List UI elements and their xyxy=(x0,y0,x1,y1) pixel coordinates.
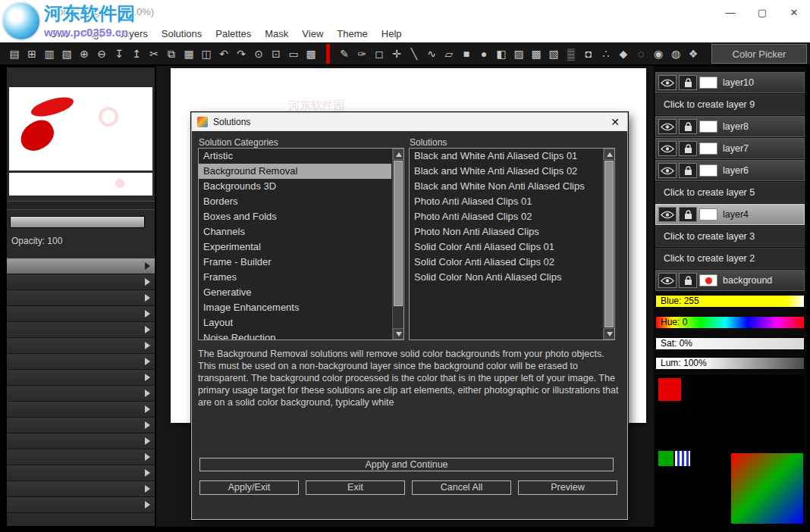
create-layer-row[interactable]: Click to create layer 5 xyxy=(655,182,805,203)
flyout-row[interactable] xyxy=(7,354,155,370)
menu-palettes[interactable]: Palettes xyxy=(209,28,258,39)
solution-item[interactable]: Black and White Non Anti Aliased Clips xyxy=(410,179,602,194)
scroll-down-icon[interactable] xyxy=(604,328,615,340)
export-icon[interactable]: ↥ xyxy=(128,45,145,62)
page-settings-icon[interactable]: ▧ xyxy=(58,45,75,62)
color-picker-button[interactable]: Color Picker xyxy=(711,44,807,64)
scroll-up-icon[interactable] xyxy=(604,149,615,160)
ruler-icon[interactable]: ▭ xyxy=(285,45,302,62)
category-item[interactable]: Frames xyxy=(199,270,391,285)
flyout-row[interactable] xyxy=(7,465,155,481)
dialog-close-icon[interactable]: ✕ xyxy=(608,116,622,128)
visibility-toggle[interactable] xyxy=(658,119,677,134)
current-color-swatch[interactable] xyxy=(658,378,681,401)
layer-swatch[interactable] xyxy=(699,142,717,155)
close-icon[interactable]: ✕ xyxy=(778,0,810,24)
visibility-toggle[interactable] xyxy=(658,163,677,178)
clone-icon[interactable]: ◫ xyxy=(198,45,215,62)
delete-page-icon[interactable]: ⊖ xyxy=(93,45,110,62)
fill-icon[interactable]: ◧ xyxy=(493,45,510,62)
create-layer-row[interactable]: Click to create layer 2 xyxy=(655,248,805,269)
paste-icon[interactable]: ▦ xyxy=(181,45,197,62)
color-gradient-field[interactable] xyxy=(731,453,803,524)
category-item[interactable]: Image Enhancements xyxy=(199,300,391,315)
category-item[interactable]: Borders xyxy=(199,194,391,209)
cancel-all-button[interactable]: Cancel All xyxy=(412,480,511,495)
scroll-down-icon[interactable] xyxy=(393,328,404,340)
cut-icon[interactable]: ✂ xyxy=(146,45,162,62)
curve-icon[interactable]: ∿ xyxy=(423,45,440,62)
pencil-icon[interactable]: ✎ xyxy=(336,45,353,62)
pattern-icon[interactable]: ▩ xyxy=(528,45,545,62)
save-icon[interactable]: ▤ xyxy=(6,45,23,62)
menu-help[interactable]: Help xyxy=(375,28,409,39)
solution-item[interactable]: Solid Color Anti Aliased Clips 02 xyxy=(410,255,602,270)
hand-icon[interactable]: ❖ xyxy=(685,45,702,62)
striped-color-swatch[interactable] xyxy=(675,451,690,466)
polygon-icon[interactable]: ▱ xyxy=(441,45,457,62)
layer-swatch[interactable] xyxy=(699,208,717,221)
opacity-slider[interactable] xyxy=(10,216,145,228)
eyedropper-icon[interactable]: ✑ xyxy=(353,45,370,62)
flyout-row[interactable] xyxy=(7,418,155,433)
sharpen-icon[interactable]: ◆ xyxy=(615,45,632,62)
flyout-row[interactable] xyxy=(7,338,155,354)
zoom-fit-icon[interactable]: ⊡ xyxy=(268,45,284,62)
gradient-icon[interactable]: ▨ xyxy=(510,45,527,62)
ellipse-icon[interactable]: ● xyxy=(476,45,492,62)
lock-toggle[interactable] xyxy=(679,273,697,288)
category-item[interactable]: Channels xyxy=(199,224,391,239)
category-item[interactable]: Frame - Builder xyxy=(199,255,391,270)
new-page-icon[interactable]: ⊞ xyxy=(24,45,40,62)
luminance-slider[interactable]: Lum: 100% xyxy=(655,357,805,370)
lock-toggle[interactable] xyxy=(679,207,697,222)
grid-icon[interactable]: ▩ xyxy=(303,45,319,62)
lock-toggle[interactable] xyxy=(679,163,697,178)
visibility-toggle[interactable] xyxy=(658,273,677,288)
menu-view[interactable]: View xyxy=(295,28,330,39)
solution-item[interactable]: Solid Color Anti Aliased Clips 01 xyxy=(410,239,602,255)
dialog-titlebar[interactable]: Solutions ✕ xyxy=(192,113,627,131)
scrollbar-thumb[interactable] xyxy=(394,161,403,306)
lock-toggle[interactable] xyxy=(679,75,697,90)
flyout-row[interactable] xyxy=(7,290,155,306)
blur-icon[interactable]: ◌ xyxy=(633,45,649,62)
create-layer-row[interactable]: Click to create layer 9 xyxy=(655,94,805,115)
visibility-toggle[interactable] xyxy=(658,141,677,156)
menu-theme[interactable]: Theme xyxy=(330,28,374,39)
menu-edit[interactable]: Edit xyxy=(44,28,74,39)
lock-toggle[interactable] xyxy=(679,119,697,134)
solutions-scrollbar[interactable] xyxy=(603,149,614,340)
spray-icon[interactable]: ∴ xyxy=(598,45,614,62)
solution-item[interactable]: Black and White Anti Aliased Clips 01 xyxy=(410,149,602,164)
layer-swatch[interactable] xyxy=(699,274,717,286)
category-item[interactable]: Artistic xyxy=(199,149,391,164)
menu-layers[interactable]: Layers xyxy=(111,28,155,39)
import-icon[interactable]: ↧ xyxy=(111,45,127,62)
flyout-row[interactable] xyxy=(7,449,155,465)
open-book-icon[interactable]: ▥ xyxy=(41,45,58,62)
scrollbar-thumb[interactable] xyxy=(604,161,614,327)
hue-slider[interactable]: Hue: 0 xyxy=(655,316,805,329)
flyout-row[interactable] xyxy=(7,370,155,386)
zoom-icon[interactable]: ⊙ xyxy=(250,45,267,62)
flyout-row[interactable] xyxy=(7,258,155,274)
visibility-toggle[interactable] xyxy=(658,207,677,222)
flyout-row[interactable] xyxy=(7,386,155,402)
flyout-row[interactable] xyxy=(7,402,155,418)
eye-tool-icon[interactable]: ◉ xyxy=(650,45,667,62)
flyout-row[interactable] xyxy=(7,433,155,449)
category-item[interactable]: Backgrounds 3D xyxy=(199,179,391,194)
menu-solutions[interactable]: Solutions xyxy=(155,28,209,39)
solution-item[interactable]: Solid Color Non Anti Aliased Clips xyxy=(410,270,602,285)
layer-swatch[interactable] xyxy=(699,77,717,89)
layer-row-selected[interactable]: layer4 xyxy=(655,204,805,225)
background-layer-row[interactable]: background xyxy=(655,270,805,291)
stamp-icon[interactable]: ◘ xyxy=(580,45,597,62)
layer-swatch[interactable] xyxy=(699,164,717,177)
scroll-up-icon[interactable] xyxy=(393,149,404,160)
minimize-icon[interactable]: — xyxy=(714,0,746,24)
maximize-icon[interactable]: ▢ xyxy=(746,0,778,24)
flyout-row[interactable] xyxy=(7,497,155,513)
solution-item[interactable]: Photo Non Anti Aliased Clips xyxy=(410,224,602,239)
